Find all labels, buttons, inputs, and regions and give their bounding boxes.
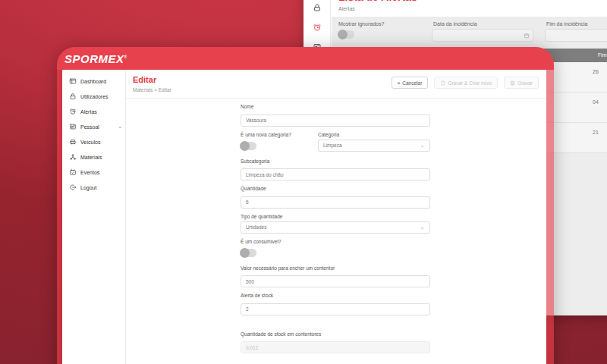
valor-contentor-label: Valor necessário para encher um contento… <box>241 265 430 271</box>
lock-icon <box>69 93 77 100</box>
sidebar-item-materiais[interactable]: Materiais <box>62 149 125 165</box>
chevron-down-icon: ⌄ <box>420 144 425 147</box>
date-end-input[interactable] <box>545 29 607 42</box>
material-edit-form: Nome É uma nova categoria? Categoria Lim… <box>241 104 430 353</box>
alerta-stock-label: Alerta de stock <box>241 293 430 298</box>
spormex-logo: SPORMEX® <box>64 52 127 65</box>
sidebar-nav: Dashboard Utilizadores Alertas Pessoal ⌄ <box>62 70 126 364</box>
sidebar-item-label: Materiais <box>80 155 102 160</box>
breadcrumb: Materiais > Editar <box>133 87 171 93</box>
content-header: Editar Materiais > Editar × Cancelar Gra… <box>126 70 546 93</box>
date-start-label: Data da incidência <box>433 21 477 27</box>
date-end-label: Fim da incidência <box>546 21 587 27</box>
sidebar-item-logout[interactable]: Logout <box>62 180 125 195</box>
app-header-band: SPORMEX® <box>57 47 554 70</box>
bgw-breadcrumb: Alertas <box>338 6 355 11</box>
toolbar: × Cancelar Gravar & Criar novo Gravar <box>392 77 539 89</box>
valor-contentor-input[interactable] <box>241 275 430 287</box>
close-icon: × <box>398 80 401 86</box>
nova-categoria-label: É uma nova categoria? <box>241 132 318 137</box>
sidebar-item-label: Utilizadores <box>80 94 109 99</box>
cancel-button[interactable]: × Cancelar <box>392 77 429 89</box>
subcategoria-label: Subcategoria <box>241 158 430 164</box>
sidebar-item-utilizadores[interactable]: Utilizadores <box>62 89 125 104</box>
tipo-quantidade-select[interactable]: Unidades ⌄ <box>241 221 430 234</box>
categoria-select[interactable]: Limpeza ⌄ <box>318 140 430 152</box>
card-body: Dashboard Utilizadores Alertas Pessoal ⌄ <box>62 70 546 364</box>
save-and-new-button[interactable]: Gravar & Criar novo <box>434 77 498 89</box>
show-ignored-label: Mostrar ignorados? <box>338 21 384 27</box>
sidebar-item-label: Pessoal <box>80 124 99 130</box>
sidebar-item-alertas[interactable]: Alertas <box>62 104 125 119</box>
chevron-down-icon: ⌄ <box>420 226 425 229</box>
calendar-icon <box>524 33 530 39</box>
header-divider <box>126 98 546 99</box>
form-gap <box>241 315 430 326</box>
calendar-check-icon <box>69 168 77 176</box>
date-start-input[interactable] <box>432 29 533 42</box>
hub-icon <box>69 153 77 161</box>
consumivel-toggle[interactable] <box>241 249 256 257</box>
nova-categoria-toggle[interactable] <box>241 142 256 150</box>
screen: Lista de Alertas Alertas Mostrar ignorad… <box>0 0 607 364</box>
alerta-stock-input[interactable] <box>241 303 430 315</box>
save-icon <box>510 80 515 86</box>
logout-icon <box>69 184 77 191</box>
sidebar-item-dashboard[interactable]: Dashboard <box>62 74 125 89</box>
lock-icon[interactable] <box>313 2 322 11</box>
dashboard-icon <box>69 77 77 85</box>
show-ignored-toggle[interactable] <box>338 30 354 39</box>
badge-icon <box>69 123 77 130</box>
chevron-down-icon: ⌄ <box>118 125 122 128</box>
nome-label: Nome <box>241 104 430 109</box>
content-area: Editar Materiais > Editar × Cancelar Gra… <box>126 70 546 364</box>
sidebar-item-eventos[interactable]: Eventos <box>62 165 125 180</box>
quantidade-label: Quantidade <box>241 186 430 191</box>
sidebar-item-pessoal[interactable]: Pessoal ⌄ <box>62 119 125 134</box>
sidebar-item-label: Alertas <box>80 109 97 115</box>
registered-mark: ® <box>124 55 127 59</box>
save-button[interactable]: Gravar <box>504 77 539 89</box>
stock-contentores-input <box>241 341 430 353</box>
nome-input[interactable] <box>241 115 430 127</box>
sidebar-item-label: Logout <box>80 185 96 190</box>
page-title: Editar <box>133 75 171 84</box>
bgw-filter-panel: Mostrar ignorados? Data da incidência Fi… <box>332 17 607 49</box>
sidebar-item-veiculos[interactable]: Veículos <box>62 134 125 149</box>
consumivel-label: É um consumível? <box>241 239 430 244</box>
file-plus-icon <box>440 80 445 86</box>
stock-contentores-label: Quantidade de stock em contentores <box>241 331 430 337</box>
main-card: SPORMEX® Dashboard Utilizadores Alertas <box>57 47 554 364</box>
sidebar-item-label: Eventos <box>80 170 99 175</box>
car-icon <box>69 138 77 146</box>
sidebar-item-label: Veículos <box>80 140 100 145</box>
subcategoria-input[interactable] <box>241 168 430 180</box>
quantidade-input[interactable] <box>241 196 430 209</box>
alarm-icon[interactable] <box>313 21 322 30</box>
tipo-quantidade-label: Tipo de quantidade <box>241 214 430 219</box>
bgw-page-title: Lista de Alertas <box>338 0 417 3</box>
sidebar-item-label: Dashboard <box>80 79 106 84</box>
categoria-label: Categoria <box>318 132 430 137</box>
alarm-icon <box>69 108 77 115</box>
